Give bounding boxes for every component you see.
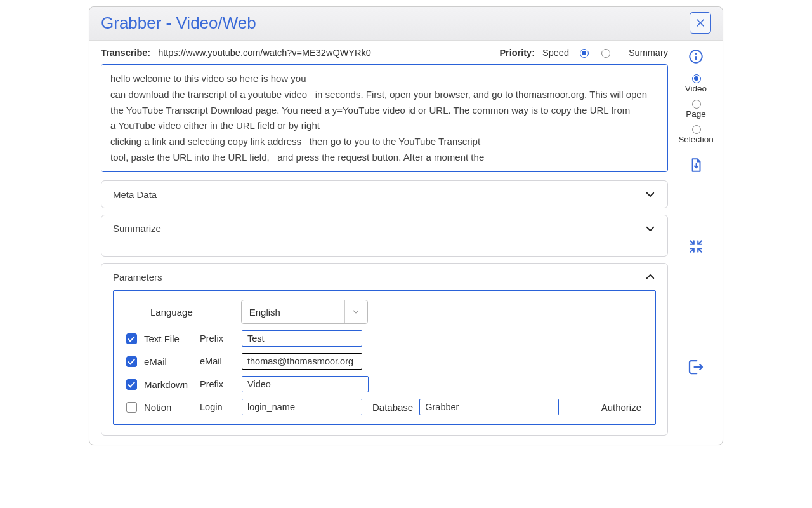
transcribe-row: Transcribe: https://www.youtube.com/watc…	[101, 47, 668, 58]
collapse-button[interactable]	[688, 238, 704, 255]
markdown-prefix-input[interactable]	[242, 376, 369, 392]
notion-label: Notion	[144, 402, 171, 413]
mode-video-label: Video	[685, 84, 707, 93]
collapse-icon	[688, 238, 704, 255]
chevron-down-icon	[645, 189, 656, 200]
language-select[interactable]: English	[241, 300, 368, 324]
notion-authorize-button[interactable]: Authorize	[601, 402, 645, 413]
priority-summary-label: Summary	[629, 48, 668, 58]
svg-rect-2	[695, 56, 697, 60]
close-button[interactable]	[690, 12, 711, 34]
section-metadata: Meta Data	[101, 180, 668, 208]
side-toolbar: Video Page Selection	[677, 47, 715, 436]
window-title: Grabber - Video/Web	[101, 13, 256, 33]
transcribe-label: Transcribe:	[101, 48, 150, 58]
download-button[interactable]	[688, 157, 704, 173]
markdown-checkbox[interactable]	[126, 379, 137, 390]
notion-login-input[interactable]	[242, 399, 362, 415]
chevron-down-icon	[344, 300, 367, 323]
textfile-checkbox[interactable]	[126, 333, 137, 344]
section-parameters: Parameters Language English	[101, 263, 668, 436]
priority-summary-radio[interactable]	[601, 49, 610, 58]
email-sublabel: eMail	[200, 356, 235, 366]
section-parameters-title: Parameters	[113, 272, 162, 283]
info-icon	[688, 48, 704, 65]
info-button[interactable]	[688, 48, 704, 65]
titlebar: Grabber - Video/Web	[89, 7, 723, 41]
section-summarize-title: Summarize	[113, 223, 161, 234]
mode-page-label: Page	[686, 109, 706, 119]
priority-speed-radio[interactable]	[580, 49, 589, 58]
markdown-prefix-label: Prefix	[200, 379, 235, 389]
textfile-prefix-label: Prefix	[200, 333, 235, 344]
close-icon	[695, 17, 706, 29]
notion-checkbox[interactable]	[126, 402, 137, 413]
textfile-label: Text File	[144, 333, 180, 344]
section-metadata-header[interactable]: Meta Data	[102, 181, 667, 208]
email-input[interactable]	[242, 353, 362, 370]
transcribe-url: https://www.youtube.com/watch?v=ME32wQWY…	[158, 48, 371, 58]
email-checkbox[interactable]	[126, 356, 137, 367]
mode-group: Video Page Selection	[678, 72, 714, 148]
transcript-textarea[interactable]	[101, 64, 668, 172]
section-summarize-header[interactable]: Summarize	[102, 215, 667, 256]
section-metadata-title: Meta Data	[113, 189, 157, 200]
email-label: eMail	[144, 356, 167, 367]
markdown-label: Markdown	[144, 379, 188, 390]
mode-selection-label: Selection	[678, 135, 714, 144]
textfile-prefix-input[interactable]	[242, 330, 362, 347]
section-parameters-header[interactable]: Parameters	[102, 264, 667, 290]
svg-point-1	[695, 53, 697, 55]
parameters-panel: Language English	[113, 290, 656, 425]
notion-login-label: Login	[200, 402, 235, 412]
priority-label: Priority:	[499, 48, 535, 58]
language-label: Language	[150, 307, 193, 318]
chevron-up-icon	[645, 271, 656, 283]
mode-selection-radio[interactable]	[692, 125, 701, 134]
export-button[interactable]	[686, 358, 705, 377]
priority-speed-label: Speed	[542, 48, 569, 58]
section-summarize: Summarize	[101, 215, 668, 257]
notion-database-label: Database	[372, 402, 413, 413]
mode-video-radio[interactable]	[692, 74, 701, 83]
export-icon	[686, 358, 705, 377]
grabber-window: Grabber - Video/Web Transcribe: https://…	[89, 6, 723, 445]
chevron-down-icon	[645, 223, 656, 234]
mode-page-radio[interactable]	[692, 100, 701, 109]
notion-database-input[interactable]	[419, 399, 559, 415]
download-file-icon	[688, 157, 704, 173]
language-value: English	[249, 307, 344, 318]
